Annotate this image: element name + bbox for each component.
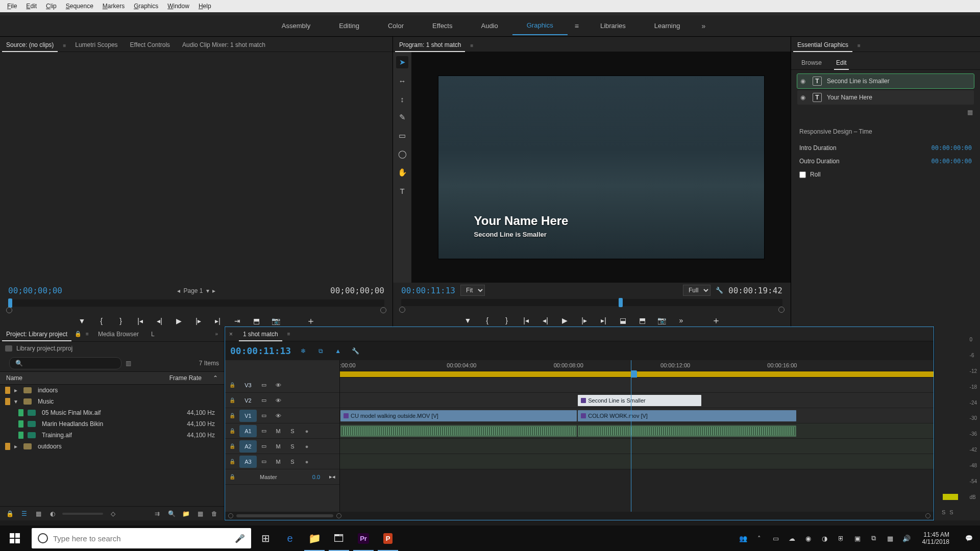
solo-left-icon[interactable]: S (942, 509, 945, 515)
menu-clip[interactable]: Clip (42, 2, 61, 11)
solo-right-icon[interactable]: S (949, 509, 953, 515)
taskbar-clock[interactable]: 11:45 AM 4/11/2018 (918, 531, 953, 545)
dropbox-icon[interactable]: ⧉ (869, 534, 878, 543)
lift-icon[interactable]: ⬓ (618, 315, 628, 325)
menu-sequence[interactable]: Sequence (62, 2, 97, 11)
graphic-title-overlay[interactable]: Your Name Here (474, 214, 569, 228)
voiceover-icon[interactable] (300, 439, 314, 454)
write-lock-icon[interactable]: 🔒 (5, 509, 14, 518)
automate-to-sequence-icon[interactable]: ⇉ (153, 509, 162, 518)
action-center-icon[interactable]: 💬 (958, 525, 980, 551)
chrome-tray-icon[interactable]: ◉ (804, 534, 813, 543)
step-forward-icon[interactable]: |▸ (193, 316, 204, 326)
track-lock-icon[interactable] (225, 469, 239, 485)
track-target-icon[interactable]: ▭ (257, 408, 271, 423)
menu-window[interactable]: Window (163, 2, 193, 11)
new-bin-icon[interactable]: 📁 (181, 509, 190, 518)
solo-icon[interactable] (285, 423, 300, 439)
source-timecode-left[interactable]: 00;00;00;00 (8, 286, 62, 295)
powerpoint-icon[interactable]: P (376, 525, 400, 551)
tray-app-icon[interactable]: ▦ (886, 534, 895, 543)
mark-out-icon[interactable]: } (116, 316, 126, 326)
workspace-learning[interactable]: Learning (640, 17, 695, 35)
mute-icon[interactable] (271, 454, 285, 469)
mark-in-icon[interactable]: { (482, 315, 493, 325)
go-to-in-icon[interactable]: |◂ (521, 315, 531, 325)
panel-menu-icon[interactable]: ≡ (60, 40, 69, 52)
track-a1-label[interactable]: A1 (239, 425, 257, 437)
tray-app-icon[interactable]: ◑ (820, 534, 829, 543)
mark-out-icon[interactable]: } (502, 315, 512, 325)
col-name[interactable]: Name (6, 374, 157, 382)
thumbnail-size-slider[interactable] (62, 513, 103, 515)
settings-icon[interactable]: 🔧 (716, 287, 723, 294)
panel-menu-icon[interactable]: ≡ (467, 40, 476, 52)
go-to-out-icon[interactable]: ▸| (599, 315, 609, 325)
panel-menu-icon[interactable]: ≡ (568, 22, 586, 30)
hand-tool-icon[interactable]: ✋ (396, 166, 408, 179)
intro-duration-value[interactable]: 00:00:00:00 (932, 144, 972, 152)
track-output-icon[interactable]: 👁 (271, 393, 285, 408)
extract-icon[interactable]: ⬒ (638, 315, 648, 325)
source-zoom-scroll[interactable] (8, 308, 384, 312)
program-timecode-left[interactable]: 00:00:11:13 (401, 286, 455, 295)
tray-app-icon[interactable]: ▣ (853, 534, 862, 543)
solo-icon[interactable] (285, 454, 300, 469)
freeform-view-icon[interactable]: ◐ (48, 509, 57, 518)
track-lock-icon[interactable] (225, 408, 239, 423)
onedrive-icon[interactable]: ☁ (788, 534, 797, 543)
linked-selection-icon[interactable]: ⧉ (315, 346, 326, 356)
play-icon[interactable]: ▶ (174, 316, 184, 326)
track-target-icon[interactable]: ▭ (257, 423, 271, 439)
list-view-icon[interactable]: ☰ (19, 509, 29, 518)
zoom-select[interactable]: Fit (460, 285, 485, 296)
track-lock-icon[interactable] (225, 454, 239, 469)
horizontal-center-icon[interactable]: ↕ (396, 93, 408, 105)
people-icon[interactable]: 👥 (739, 534, 748, 543)
pen-tool-icon[interactable]: ✎ (396, 111, 408, 123)
timeline-tracks-area[interactable]: :00:0000:00:04:0000:00:08:0000:00:12:000… (340, 360, 934, 512)
track-target-icon[interactable]: ▭ (257, 393, 271, 408)
project-tree[interactable]: ▸indoors▾Music05 Music Final Mix.aif44,1… (0, 385, 224, 506)
find-icon[interactable]: 🔍 (167, 509, 176, 518)
timeline-zoom-scroll[interactable] (225, 512, 934, 520)
volume-icon[interactable]: 🔊 (902, 534, 911, 543)
timeline-settings-icon[interactable]: 🔧 (350, 346, 360, 356)
lane-a1[interactable] (340, 423, 934, 439)
track-target-icon[interactable]: ▭ (257, 439, 271, 454)
panel-menu-icon[interactable]: ≡ (83, 328, 92, 340)
project-folder-row[interactable]: ▸indoors (0, 385, 224, 396)
work-area-bar[interactable] (340, 371, 934, 378)
visibility-icon[interactable]: ◉ (800, 94, 807, 101)
collapse-icon[interactable]: ▸◂ (325, 469, 339, 485)
overflow-icon[interactable]: » (676, 315, 687, 325)
start-button[interactable] (0, 525, 30, 551)
menu-help[interactable]: Help (194, 2, 215, 11)
mute-icon[interactable] (271, 439, 285, 454)
export-frame-icon[interactable]: 📷 (271, 316, 281, 326)
track-v2-label[interactable]: V2 (239, 394, 257, 407)
menu-graphics[interactable]: Graphics (130, 2, 162, 11)
program-zoom-scroll[interactable] (401, 307, 782, 311)
sort-icon[interactable]: ◇ (108, 509, 117, 518)
overflow-icon[interactable]: » (212, 328, 221, 340)
track-v3-label[interactable]: V3 (239, 379, 257, 391)
resolution-select[interactable]: Full (683, 285, 710, 296)
clip-video[interactable]: CU model walking outside.MOV [V] (340, 410, 577, 422)
overflow-icon[interactable]: » (694, 22, 713, 30)
track-lock-icon[interactable] (225, 423, 239, 439)
vertical-center-icon[interactable]: ↔ (396, 74, 408, 87)
expand-caret-icon[interactable]: ▸ (14, 387, 19, 394)
button-editor-icon[interactable]: ＋ (306, 316, 316, 326)
mute-icon[interactable] (271, 423, 285, 439)
ellipse-tool-icon[interactable]: ◯ (396, 148, 408, 160)
tab-libraries[interactable]: L (145, 328, 161, 341)
master-level[interactable]: 0.0 (312, 474, 325, 480)
overwrite-icon[interactable]: ⬒ (252, 316, 262, 326)
time-ruler[interactable]: :00:0000:00:04:0000:00:08:0000:00:12:000… (340, 360, 934, 371)
project-folder-row[interactable]: ▸outdoors (0, 441, 224, 452)
timeline-timecode[interactable]: 00:00:11:13 (230, 345, 291, 356)
lane-a2[interactable] (340, 439, 934, 454)
tab-essential-graphics[interactable]: Essential Graphics (791, 38, 854, 52)
go-to-in-icon[interactable]: |◂ (135, 316, 145, 326)
